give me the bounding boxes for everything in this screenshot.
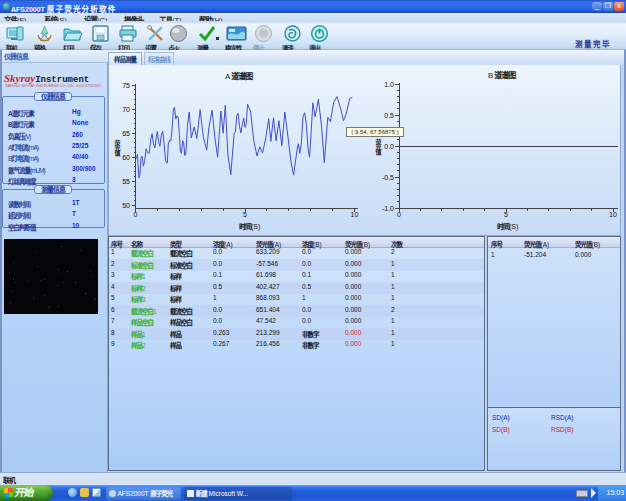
svg-text:65: 65 [122, 130, 130, 137]
svg-text:75: 75 [122, 82, 130, 89]
svg-text:0: 0 [397, 211, 401, 218]
svg-text:1.0: 1.0 [384, 81, 394, 88]
svg-text:50: 50 [122, 202, 130, 209]
svg-text:60: 60 [122, 154, 130, 161]
svg-text:5: 5 [243, 211, 247, 218]
svg-text:10: 10 [609, 211, 617, 218]
svg-text:70: 70 [122, 106, 130, 113]
svg-text:0.5: 0.5 [384, 112, 394, 119]
svg-text:10: 10 [351, 211, 359, 218]
svg-text:5: 5 [504, 211, 508, 218]
svg-text:0: 0 [134, 211, 138, 218]
svg-text:-0.5: -0.5 [382, 174, 394, 181]
svg-text:-1.0: -1.0 [382, 205, 394, 212]
svg-text:55: 55 [122, 178, 130, 185]
svg-text:0.0: 0.0 [384, 143, 394, 150]
